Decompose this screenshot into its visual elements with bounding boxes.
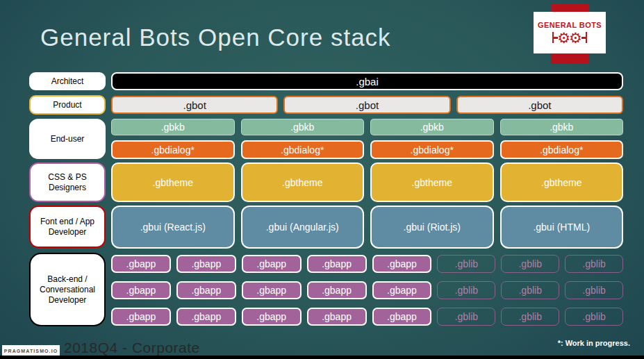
gbapp-box: .gbapp (372, 281, 432, 299)
gbui-angular-box: .gbui (Angular.js) (241, 206, 365, 249)
gbapp-box: .gbapp (307, 255, 367, 273)
gbdialog-box: .gbdialog* (370, 140, 494, 159)
gbui-html-box: .gbui (HTML) (500, 206, 624, 249)
role-label-front-end-developer: Font end / App Developer (29, 206, 106, 248)
gbot-box: .gbot (111, 96, 278, 114)
row-gbui: .gbui (React.js) .gbui (Angular.js) .gbu… (111, 206, 623, 249)
gbapp-box: .gbapp (372, 308, 432, 326)
backend-row-1: .gbapp .gbapp .gbapp .gbapp .gbapp .gbli… (111, 255, 623, 273)
slide: General Bots Open Core stack GENERAL BOT… (0, 0, 644, 359)
gbtheme-box: .gbtheme (111, 162, 235, 202)
gbapp-box: .gbapp (307, 308, 367, 326)
gblib-box: .gblib (501, 281, 559, 299)
gbai-box: .gbai (111, 72, 623, 90)
role-label-product: Product (29, 95, 106, 115)
role-label-end-user: End-user (29, 119, 106, 159)
footer-text: 2018Q4 - Corporate (64, 340, 200, 356)
gbtheme-box: .gbtheme (370, 162, 494, 202)
gbkb-box: .gbkb (241, 119, 365, 135)
gbtheme-box: .gbtheme (241, 162, 365, 202)
bottom-bar (0, 356, 644, 359)
role-label-back-end-developer: Back-end / Conversational Developer (29, 253, 106, 326)
gblib-box: .gblib (501, 308, 559, 326)
row-gbot: .gbot .gbot .gbot (111, 96, 623, 114)
gbui-react-box: .gbui (React.js) (111, 206, 235, 249)
role-label-css-ps-designers: CSS & PS Designers (29, 162, 106, 202)
gbot-box: .gbot (283, 96, 450, 114)
general-bots-logo: GENERAL BOTS ⚙⚙ (534, 12, 606, 53)
gbapp-box: .gbapp (176, 281, 236, 299)
gbapp-box: .gbapp (372, 255, 432, 273)
backend-row-2: .gbapp .gbapp .gbapp .gbapp .gbapp .gbli… (111, 281, 623, 299)
gbdialog-box: .gbdialog* (241, 140, 365, 159)
gbapp-box: .gbapp (176, 255, 236, 273)
line-cap-icon (586, 32, 587, 43)
row-gbdialog: .gbdialog* .gbdialog* .gbdialog* .gbdial… (111, 140, 623, 159)
pragmatismo-watermark: PRAGMATISMO.IO (2, 345, 60, 356)
gbapp-box: .gbapp (111, 255, 171, 273)
gbkb-box: .gbkb (370, 119, 494, 135)
gbot-box: .gbot (456, 96, 623, 114)
row-gbtheme: .gbtheme .gbtheme .gbtheme .gbtheme (111, 162, 623, 202)
gblib-box: .gblib (565, 281, 623, 299)
gear-icon: ⚙ (569, 31, 582, 45)
gblib-box: .gblib (437, 308, 495, 326)
gbapp-box: .gbapp (111, 281, 171, 299)
work-in-progress-note: *: Work in progress. (558, 339, 630, 347)
gbdialog-box: .gbdialog* (500, 140, 624, 159)
gbdialog-box: .gbdialog* (111, 140, 235, 159)
gblib-box: .gblib (565, 308, 623, 326)
gblib-box: .gblib (501, 255, 559, 273)
gbapp-box: .gbapp (176, 308, 236, 326)
gbapp-box: .gbapp (242, 255, 302, 273)
gbkb-box: .gbkb (500, 119, 624, 135)
backend-row-3: .gbapp .gbapp .gbapp .gbapp .gbapp .gbli… (111, 308, 623, 326)
logo-wordmark: GENERAL BOTS (538, 21, 602, 29)
gblib-box: .gblib (437, 255, 495, 273)
gbapp-box: .gbapp (307, 281, 367, 299)
gbapp-box: .gbapp (242, 281, 302, 299)
row-gbkb: .gbkb .gbkb .gbkb .gbkb (111, 119, 623, 135)
gbapp-box: .gbapp (242, 308, 302, 326)
gblib-box: .gblib (437, 281, 495, 299)
gbapp-box: .gbapp (111, 308, 171, 326)
gbui-riot-box: .gbui (Riot.js) (370, 206, 494, 249)
gbkb-box: .gbkb (111, 119, 235, 135)
row-gbai: .gbai (111, 72, 623, 90)
gears-icon: ⚙⚙ (552, 31, 587, 45)
role-label-architect: Architect (29, 72, 106, 90)
gblib-box: .gblib (565, 255, 623, 273)
gbtheme-box: .gbtheme (500, 162, 624, 202)
page-title: General Bots Open Core stack (40, 24, 391, 51)
